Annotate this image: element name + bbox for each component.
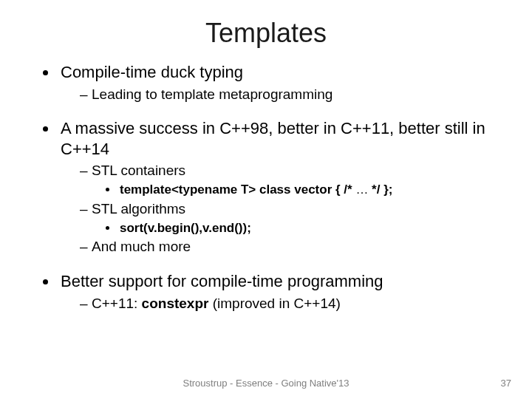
- bullet-1-sub: Leading to template metaprogramming: [61, 86, 504, 104]
- code-part-a: template<typename T> class vector { /*: [120, 183, 355, 197]
- bullet-2-sub-3: And much more: [80, 238, 504, 256]
- bullet-2-sub-2-code: sort(v.begin(),v.end());: [118, 220, 504, 237]
- slide-title: Templates: [0, 0, 532, 56]
- bullet-2-sub: STL containers template<typename T> clas…: [61, 162, 504, 256]
- b3s1-prefix: C++11:: [92, 296, 142, 311]
- slide-number: 37: [501, 378, 511, 389]
- bullet-2-sub-2-text: STL algorithms: [92, 201, 185, 216]
- bullet-3: Better support for compile-time programm…: [58, 271, 504, 313]
- slide-body: Compile-time duck typing Leading to temp…: [0, 56, 532, 313]
- bullet-2-sub-1-code-list: template<typename T> class vector { /* ……: [92, 182, 504, 199]
- bullet-2-sub-1-code: template<typename T> class vector { /* ……: [118, 182, 504, 199]
- bullet-2-sub-1-text: STL containers: [92, 163, 185, 178]
- bullet-1: Compile-time duck typing Leading to temp…: [58, 62, 504, 103]
- bullet-list: Compile-time duck typing Leading to temp…: [50, 62, 504, 313]
- code-part-c: */ };: [368, 183, 392, 197]
- bullet-2-sub-2-code-list: sort(v.begin(),v.end());: [92, 220, 504, 237]
- bullet-3-sub-1: C++11: constexpr (improved in C++14): [80, 295, 504, 313]
- bullet-2-sub-2: STL algorithms sort(v.begin(),v.end());: [80, 200, 504, 237]
- b3s1-suffix: (improved in C++14): [208, 296, 340, 311]
- slide: Templates Compile-time duck typing Leadi…: [0, 0, 532, 399]
- bullet-1-sub-1: Leading to template metaprogramming: [80, 86, 504, 104]
- bullet-2-text: A massive success in C++98, better in C+…: [61, 119, 485, 158]
- bullet-2: A massive success in C++98, better in C+…: [58, 118, 504, 256]
- code-ellipsis: …: [355, 183, 368, 197]
- bullet-2-sub-1: STL containers template<typename T> clas…: [80, 162, 504, 199]
- bullet-3-text: Better support for compile-time programm…: [61, 272, 383, 290]
- bullet-1-text: Compile-time duck typing: [61, 63, 243, 81]
- bullet-3-sub: C++11: constexpr (improved in C++14): [61, 295, 504, 313]
- slide-footer: Stroustrup - Essence - Going Native'13: [0, 378, 532, 389]
- b3s1-keyword: constexpr: [142, 296, 209, 311]
